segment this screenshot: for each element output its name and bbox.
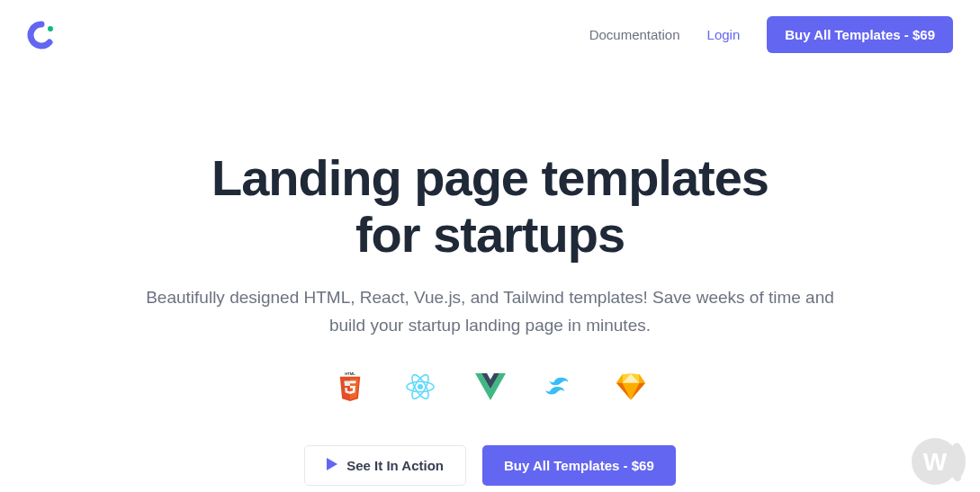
hero-title-line2: for startups <box>355 206 625 263</box>
svg-point-5 <box>418 384 423 389</box>
see-it-label: See It In Action <box>346 458 444 473</box>
watermark-icon: W <box>908 434 976 488</box>
hero-title-line1: Landing page templates <box>211 149 769 206</box>
nav-documentation[interactable]: Documentation <box>589 27 680 42</box>
nav-login[interactable]: Login <box>707 27 741 42</box>
header: Documentation Login Buy All Templates - … <box>0 0 980 69</box>
tech-icons-row: HTML <box>18 371 962 402</box>
sketch-icon <box>616 371 646 402</box>
logo-icon <box>27 21 56 49</box>
html5-icon: HTML <box>335 371 365 402</box>
buy-all-button[interactable]: Buy All Templates - $69 <box>482 445 676 486</box>
play-icon <box>327 458 337 473</box>
tailwind-icon <box>545 371 576 402</box>
svg-point-8 <box>954 474 961 481</box>
svg-text:W: W <box>923 448 948 476</box>
hero-subtitle: Beautifully designed HTML, React, Vue.js… <box>139 284 841 339</box>
svg-text:HTML: HTML <box>345 371 355 376</box>
svg-point-0 <box>48 26 53 31</box>
hero-section: Landing page templates for startups Beau… <box>0 69 980 486</box>
see-it-button[interactable]: See It In Action <box>304 445 466 486</box>
hero-title: Landing page templates for startups <box>18 150 962 263</box>
main-nav: Documentation Login Buy All Templates - … <box>589 16 953 53</box>
vue-icon <box>475 371 506 402</box>
react-icon <box>405 371 436 402</box>
cta-buttons: See It In Action Buy All Templates - $69 <box>18 445 962 486</box>
nav-buy-button[interactable]: Buy All Templates - $69 <box>767 16 953 53</box>
